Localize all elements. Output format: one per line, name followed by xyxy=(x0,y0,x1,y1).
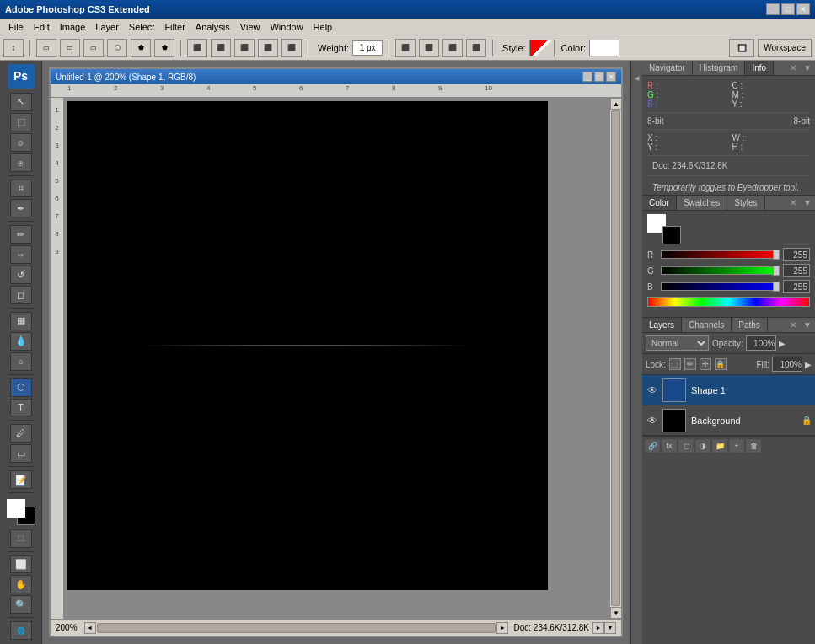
gradient-tool[interactable]: ▦ xyxy=(10,312,32,330)
cs3-online-btn[interactable]: 🌐 xyxy=(10,621,32,640)
delete-layer-btn[interactable]: 🗑 xyxy=(746,439,761,453)
shape-btn-4[interactable]: ⬡ xyxy=(107,39,127,57)
scroll-down-button[interactable]: ▼ xyxy=(610,607,621,619)
collapse-strip-btn[interactable]: ◀ xyxy=(632,66,642,91)
foreground-color[interactable] xyxy=(7,499,25,518)
path-mode-btn-3[interactable]: ⬛ xyxy=(234,39,255,57)
group-layers-btn[interactable]: 📁 xyxy=(712,439,727,453)
tab-swatches[interactable]: Swatches xyxy=(677,196,727,210)
window-controls[interactable]: _ □ ✕ xyxy=(766,3,810,15)
pen-tool[interactable]: 🖊 xyxy=(10,424,32,443)
color-spectrum-bar[interactable] xyxy=(647,297,810,307)
lock-all-btn[interactable]: 🔒 xyxy=(715,358,727,370)
color-r-input[interactable] xyxy=(783,248,810,261)
layer-eye-shape1[interactable]: 👁 xyxy=(646,384,659,397)
menu-window[interactable]: Window xyxy=(265,20,308,34)
color-r-slider-container[interactable] xyxy=(661,250,780,259)
info-panel-close[interactable]: ✕ xyxy=(786,62,800,74)
clone-tool[interactable]: ⎃ xyxy=(10,245,32,264)
new-layer-btn[interactable]: + xyxy=(729,439,744,453)
fill-input[interactable] xyxy=(772,357,802,372)
magic-wand-tool[interactable]: ⍟ xyxy=(10,153,32,172)
menu-analysis[interactable]: Analysis xyxy=(190,20,235,34)
layer-shape1[interactable]: 👁 Shape 1 xyxy=(642,375,815,405)
style-picker[interactable] xyxy=(529,40,555,56)
vertical-scrollbar[interactable]: ▲ ▼ xyxy=(609,98,621,619)
lock-position-btn[interactable]: ✛ xyxy=(700,358,711,370)
quick-mask-btn[interactable]: ⬚ xyxy=(10,529,32,548)
path-mode-btn-1[interactable]: ⬛ xyxy=(187,39,207,57)
shape-btn-2[interactable]: ▭ xyxy=(60,39,80,57)
lock-transparent-btn[interactable]: ⬚ xyxy=(669,358,681,370)
brush-tool[interactable]: ✏ xyxy=(10,225,32,244)
layers-panel-menu[interactable]: ▼ xyxy=(800,319,815,331)
menu-help[interactable]: Help xyxy=(308,20,338,34)
doc-window-controls[interactable]: _ □ ✕ xyxy=(582,72,616,82)
weight-input[interactable] xyxy=(352,40,383,56)
layers-panel-close[interactable]: ✕ xyxy=(786,319,800,331)
hand-tool[interactable]: ✋ xyxy=(10,575,32,593)
lasso-tool[interactable]: ⌾ xyxy=(10,133,32,152)
color-r-handle[interactable] xyxy=(773,250,780,260)
notes-tool[interactable]: 📝 xyxy=(10,470,32,489)
crop-tool[interactable]: ⌗ xyxy=(10,180,32,198)
tab-histogram[interactable]: Histogram xyxy=(693,61,746,75)
status-expand-button[interactable]: ► xyxy=(592,622,604,634)
color-panel-menu[interactable]: ▼ xyxy=(800,196,815,209)
path-combine-3[interactable]: ⬛ xyxy=(442,39,463,57)
blend-mode-select[interactable]: Normal xyxy=(646,335,709,351)
color-b-input[interactable] xyxy=(783,280,810,293)
menu-view[interactable]: View xyxy=(235,20,265,34)
marquee-tool[interactable]: ⬚ xyxy=(10,113,32,131)
menu-layer[interactable]: Layer xyxy=(90,20,124,34)
zoom-tool[interactable]: 🔍 xyxy=(10,595,32,614)
tab-styles[interactable]: Styles xyxy=(727,196,764,210)
shape-btn-3[interactable]: ▭ xyxy=(83,39,104,57)
color-g-input[interactable] xyxy=(783,264,810,277)
layer-background[interactable]: 👁 Background 🔒 xyxy=(642,405,815,436)
restore-button[interactable]: □ xyxy=(781,3,795,15)
color-g-handle[interactable] xyxy=(773,266,780,276)
eraser-tool[interactable]: ◻ xyxy=(10,286,32,304)
doc-minimize-btn[interactable]: _ xyxy=(582,72,592,82)
opacity-input[interactable] xyxy=(746,335,776,351)
info-panel-menu[interactable]: ▼ xyxy=(800,62,815,74)
blur-tool[interactable]: 💧 xyxy=(10,332,32,351)
text-tool[interactable]: T xyxy=(10,399,32,417)
tab-info[interactable]: Info xyxy=(745,61,774,75)
tab-layers[interactable]: Layers xyxy=(642,318,682,332)
canvas[interactable] xyxy=(67,101,548,590)
tab-color[interactable]: Color xyxy=(642,196,677,210)
tab-channels[interactable]: Channels xyxy=(682,318,732,332)
color-picker[interactable] xyxy=(589,40,619,56)
add-style-btn[interactable]: fx xyxy=(662,439,677,453)
path-selection-tool[interactable]: ⬡ xyxy=(10,378,32,397)
menu-select[interactable]: Select xyxy=(124,20,160,34)
close-button[interactable]: ✕ xyxy=(796,3,810,15)
move-tool[interactable]: ↖ xyxy=(10,93,32,111)
color-panel-close[interactable]: ✕ xyxy=(786,196,800,209)
scroll-right-button[interactable]: ► xyxy=(496,622,508,634)
link-layers-btn[interactable]: 🔗 xyxy=(645,439,660,453)
path-combine-2[interactable]: ⬛ xyxy=(419,39,439,57)
horizontal-scrollbar[interactable] xyxy=(96,622,497,634)
menu-filter[interactable]: Filter xyxy=(159,20,190,34)
opacity-arrow[interactable]: ▶ xyxy=(779,339,786,348)
path-mode-btn-5[interactable]: ⬛ xyxy=(281,39,302,57)
color-g-slider-container[interactable] xyxy=(661,266,780,275)
scroll-up-button[interactable]: ▲ xyxy=(610,98,621,110)
tab-paths[interactable]: Paths xyxy=(732,318,768,332)
tool-preset-button[interactable]: ↕ xyxy=(3,39,24,57)
shape-btn-1[interactable]: ▭ xyxy=(36,39,56,57)
status-options-button[interactable]: ▼ xyxy=(604,622,616,634)
path-mode-btn-2[interactable]: ⬛ xyxy=(211,39,231,57)
menu-edit[interactable]: Edit xyxy=(29,20,55,34)
color-bg-square[interactable] xyxy=(662,226,681,244)
menu-file[interactable]: File xyxy=(3,20,29,34)
scroll-thumb-v[interactable] xyxy=(611,110,620,606)
shape-btn-6[interactable]: ⬟ xyxy=(154,39,174,57)
workspace-icon[interactable]: 🔲 xyxy=(729,39,754,57)
eyedropper-tool[interactable]: ✒ xyxy=(10,199,32,217)
dodge-tool[interactable]: ○ xyxy=(10,352,32,371)
minimize-button[interactable]: _ xyxy=(766,3,780,15)
